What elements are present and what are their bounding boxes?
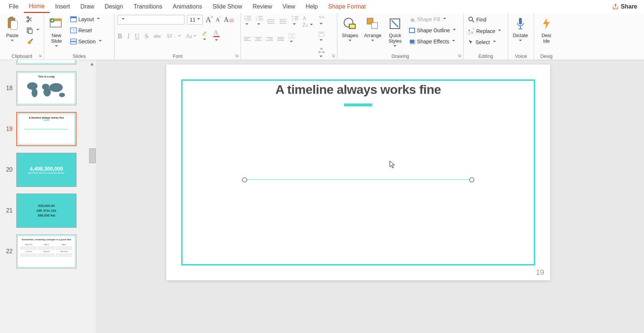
highlight-button[interactable] xyxy=(202,30,208,43)
scroll-up-button[interactable]: ▴ xyxy=(89,61,95,66)
paragraph-launcher[interactable]: ⇲ xyxy=(330,53,336,58)
svg-point-67 xyxy=(469,17,473,21)
svg-rect-54 xyxy=(320,33,323,33)
clear-formatting-button[interactable]: A⌫ xyxy=(224,16,234,24)
paste-button[interactable]: Paste xyxy=(3,15,22,43)
columns-button[interactable] xyxy=(288,33,295,45)
strikethrough-button[interactable]: abc xyxy=(154,33,161,39)
numbering-icon: 123 xyxy=(256,15,263,21)
tab-file[interactable]: File xyxy=(4,1,24,12)
editing-label: Editing xyxy=(467,52,505,60)
world-map-icon xyxy=(24,79,69,99)
group-editing: Find abReplace Select Editing xyxy=(464,13,508,60)
shape-effects-button[interactable]: Shape Effects xyxy=(407,38,457,45)
svg-rect-28 xyxy=(258,20,263,20)
font-size-input[interactable]: 11 xyxy=(187,15,203,24)
svg-point-21 xyxy=(245,20,246,21)
tab-home[interactable]: Home xyxy=(24,1,50,13)
tab-slideshow[interactable]: Slide Show xyxy=(207,1,247,12)
copy-button[interactable] xyxy=(24,26,41,35)
thumb-18[interactable]: 18 This is a map xyxy=(3,71,96,105)
text-direction-button[interactable]: ⇅A xyxy=(318,15,325,27)
drawing-launcher[interactable]: ⇲ xyxy=(457,53,462,58)
increase-indent-button[interactable] xyxy=(279,19,287,24)
align-left-button[interactable] xyxy=(244,37,251,42)
timeline-line[interactable] xyxy=(244,179,472,180)
clipboard-launcher[interactable]: ⇲ xyxy=(37,53,42,58)
tab-animations[interactable]: Animations xyxy=(167,1,207,12)
thumb-21[interactable]: 21 333,000.00 24h 37m 23s 386,000 km xyxy=(3,194,96,228)
thumb-17-partial[interactable] xyxy=(3,60,96,65)
align-center-button[interactable] xyxy=(255,37,262,42)
replace-button[interactable]: abReplace xyxy=(467,27,503,35)
thumb-19[interactable]: 19 A timeline always works fine xyxy=(3,112,96,146)
share-label: Share xyxy=(621,3,637,10)
tab-draw[interactable]: Draw xyxy=(75,1,99,12)
find-button[interactable]: Find xyxy=(467,16,503,24)
search-icon xyxy=(468,16,475,23)
select-button[interactable]: Select xyxy=(467,39,503,46)
svg-rect-22 xyxy=(246,20,251,20)
align-text-button[interactable] xyxy=(318,31,325,44)
tab-insert[interactable]: Insert xyxy=(50,1,75,12)
section-icon xyxy=(70,39,77,44)
line-spacing-button[interactable] xyxy=(291,15,298,28)
shapes-button[interactable]: Shapes xyxy=(340,15,360,43)
tab-design[interactable]: Design xyxy=(99,1,128,12)
svg-rect-32 xyxy=(279,19,286,20)
slide-canvas[interactable]: A timeline always works fine 19 xyxy=(96,60,644,333)
tab-transitions[interactable]: Transitions xyxy=(128,1,168,12)
decrease-font-button[interactable]: Aˇ xyxy=(216,16,221,23)
svg-rect-37 xyxy=(294,19,298,20)
arrange-button[interactable]: Arrange xyxy=(363,15,383,43)
bold-button[interactable]: B xyxy=(118,33,122,40)
strike-button[interactable]: S xyxy=(145,33,148,40)
format-painter-button[interactable] xyxy=(24,37,41,47)
quick-styles-button[interactable]: Quick Styles xyxy=(386,15,404,49)
timeline-endpoint-right[interactable] xyxy=(469,177,474,182)
sort-az-button[interactable]: AZ↓ xyxy=(303,15,313,28)
increase-font-button[interactable]: A^ xyxy=(206,16,213,24)
font-launcher[interactable]: ⇲ xyxy=(234,53,239,58)
font-color-button[interactable]: A xyxy=(213,29,219,44)
italic-button[interactable]: I xyxy=(127,33,130,40)
justify-button[interactable] xyxy=(277,37,284,42)
cut-button[interactable] xyxy=(24,15,41,24)
thumb-22[interactable]: 22 Sometimes, reviewing concepts is a go… xyxy=(3,234,96,268)
svg-rect-55 xyxy=(320,48,323,50)
new-slide-button[interactable]: New Slide xyxy=(47,15,66,49)
timeline-endpoint-left[interactable] xyxy=(242,177,247,182)
tab-shape-format[interactable]: Shape Format xyxy=(323,1,371,12)
slide-19[interactable]: A timeline always works fine 19 xyxy=(166,65,550,280)
align-right-button[interactable] xyxy=(266,37,273,42)
underline-button[interactable]: U xyxy=(135,33,140,40)
thumb-20[interactable]: 20 4,498,300,000 Big numbers catch your … xyxy=(3,153,96,187)
tab-review[interactable]: Review xyxy=(248,1,277,12)
svg-rect-47 xyxy=(277,37,284,38)
group-font: 11 A^ Aˇ A⌫ B I U S abc AV↔ Aa A Font ⇲ xyxy=(115,13,241,60)
thumbnail-pane[interactable]: 18 This is a map 19 A timeline always wo… xyxy=(0,60,96,333)
font-name-input[interactable] xyxy=(118,15,184,24)
numbering-button[interactable]: 123 xyxy=(256,15,263,28)
change-case-button[interactable]: Aa xyxy=(186,33,196,39)
layout-button[interactable]: Layout xyxy=(69,16,103,23)
shape-outline-button[interactable]: Shape Outline xyxy=(407,27,457,34)
dictate-button[interactable]: Dictate xyxy=(511,15,530,43)
char-spacing-button[interactable]: AV↔ xyxy=(166,33,180,39)
svg-point-17 xyxy=(245,16,246,17)
design-ideas-button[interactable]: Desi Ide xyxy=(537,15,556,44)
scroll-handle[interactable] xyxy=(89,148,96,163)
tab-view[interactable]: View xyxy=(277,1,300,12)
smartart-button[interactable] xyxy=(318,47,325,60)
svg-rect-1 xyxy=(10,17,13,19)
decrease-indent-button[interactable] xyxy=(268,19,275,24)
shape-fill-button[interactable]: Shape Fill xyxy=(407,16,457,23)
group-drawing: Shapes Arrange Quick Styles Shape Fill S… xyxy=(337,13,464,60)
work-area: 18 This is a map 19 A timeline always wo… xyxy=(0,60,644,333)
section-button[interactable]: Section xyxy=(69,38,103,45)
svg-rect-45 xyxy=(268,39,273,39)
bullets-button[interactable] xyxy=(244,15,251,28)
reset-button[interactable]: Reset xyxy=(69,27,103,34)
tab-help[interactable]: Help xyxy=(300,1,323,12)
share-button[interactable]: Share xyxy=(609,2,640,11)
